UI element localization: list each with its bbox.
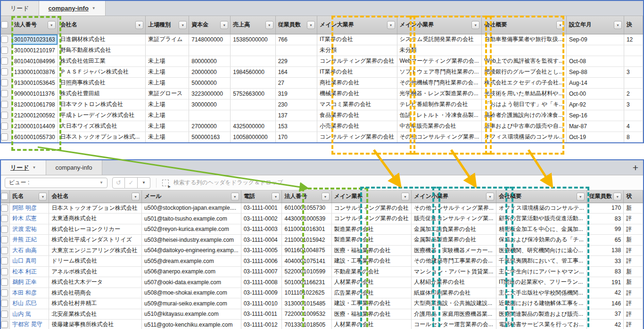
cell-employees[interactable]: 229 bbox=[275, 56, 317, 66]
cell-phone[interactable]: 03-1111-0012 bbox=[241, 320, 282, 329]
cell-main-major-industry[interactable]: 商社業界の会社 bbox=[317, 77, 397, 88]
cell-company-overview[interactable]: 主に学生向けにアパートやマン... bbox=[496, 266, 586, 277]
cell-main-minor-industry[interactable]: その他建築専門工事業界の会... bbox=[412, 256, 496, 267]
cell-main-industry[interactable]: コンサルティング業界の会社 bbox=[331, 214, 412, 224]
cell-email[interactable]: u505@dream.example.com bbox=[142, 256, 241, 267]
cell-fiscal-month[interactable]: 3 bbox=[624, 99, 643, 110]
cell-company-overview[interactable]: 医療関連製品の製造および販売... bbox=[496, 309, 586, 320]
row-checkbox[interactable] bbox=[1, 311, 8, 318]
cell-main-major-industry[interactable]: IT業界の会社 bbox=[317, 34, 397, 45]
cell-phone[interactable]: 03-1111-0006 bbox=[241, 256, 282, 267]
cell-company-overview[interactable] bbox=[482, 45, 567, 56]
view-select[interactable]: ビュー : ▼ bbox=[5, 178, 107, 188]
cell-corporate-number[interactable]: 6010001055730 bbox=[12, 132, 58, 142]
cell-main-minor-industry[interactable]: 医療機器・実験機器メーカー... bbox=[412, 245, 496, 256]
cell-full-name[interactable]: 宇都宮 晃守 bbox=[10, 320, 49, 329]
cell-corporate-number[interactable]: 1011101022625 bbox=[282, 288, 331, 298]
cell-company-overview[interactable]: 自動車整備事業者や旅行取扱... bbox=[482, 34, 567, 45]
filter-icon[interactable]: ▼ bbox=[231, 192, 239, 200]
cell-full-name[interactable]: 沢渡 宏祐 bbox=[10, 224, 49, 235]
cell-employees[interactable]: 33 bbox=[586, 256, 623, 267]
cell-email[interactable]: u504@daitokyo-engineering.examp... bbox=[142, 245, 241, 256]
filter-icon[interactable]: ▼ bbox=[401, 192, 409, 200]
cell-founded[interactable] bbox=[566, 45, 624, 56]
row-checkbox[interactable] bbox=[1, 205, 8, 212]
cell-company-name[interactable]: 株式会社大木データ bbox=[49, 277, 142, 288]
cell-capital[interactable]: 27000000 bbox=[189, 121, 231, 132]
row-checkbox[interactable] bbox=[1, 236, 8, 243]
cell-founded[interactable]: Sep-16 bbox=[566, 110, 624, 121]
cell-capital[interactable]: 30000000 bbox=[189, 99, 231, 110]
cell-phone[interactable]: 03-1111-0011 bbox=[241, 309, 282, 320]
cell-founded[interactable]: Oct-19 bbox=[566, 132, 624, 142]
cell-company-name[interactable]: 日進鋼材株式会社 bbox=[58, 34, 146, 45]
cell-main-industry[interactable]: 不動産業界の会社 bbox=[331, 266, 412, 277]
cell-main-industry[interactable]: 人材業界の会社 bbox=[331, 277, 412, 288]
cell-corporate-number[interactable]: 6010001055730 bbox=[282, 203, 331, 214]
cell-phone[interactable]: 03-1111-0002 bbox=[241, 214, 282, 224]
cell-capital[interactable]: 7148000000 bbox=[189, 34, 231, 45]
cell-company-overview[interactable]: 保温および保冷効果のある「チ... bbox=[496, 235, 586, 246]
cell-employees[interactable]: 170 bbox=[586, 203, 623, 214]
cell-company-overview[interactable]: 高齢者介護施設向けの冷凍食... bbox=[482, 110, 567, 121]
cell-employees[interactable]: 191 bbox=[586, 277, 623, 288]
column-header-status[interactable]: 状 bbox=[624, 190, 643, 203]
cell-company-overview[interactable]: IT関連の起業家や、フリーラン... bbox=[496, 277, 586, 288]
cell-listing-type[interactable] bbox=[146, 45, 189, 56]
cell-corporate-number[interactable]: 7013301018505 bbox=[282, 320, 331, 329]
cell-phone[interactable]: 03-1111-0009 bbox=[241, 288, 282, 298]
cell-fiscal-month[interactable] bbox=[624, 77, 643, 88]
cell-corporate-number[interactable]: 2120001200592 bbox=[12, 110, 58, 121]
cell-corporate-number[interactable]: 3130001015485 bbox=[282, 298, 331, 309]
cell-main-industry[interactable]: 人材業界の会社 bbox=[331, 320, 412, 329]
column-header-company-overview[interactable]: 会社概要▼ bbox=[496, 190, 586, 203]
cell-founded[interactable]: Oct-08 bbox=[566, 56, 624, 66]
cell-main-industry[interactable]: 医療・福祉業界の会社 bbox=[331, 309, 412, 320]
column-header-main-minor-industry[interactable]: メイン小業界▼ bbox=[397, 16, 482, 34]
cell-company-overview[interactable]: 近畿圏における建物解体工事を... bbox=[496, 298, 586, 309]
filter-icon[interactable]: ▼ bbox=[132, 192, 140, 200]
column-header-main-industry[interactable]: メイン業界▼ bbox=[331, 190, 412, 203]
column-header-main-major-industry[interactable]: メイン大業界▼ bbox=[317, 16, 397, 34]
cell-main-minor-industry[interactable]: Webマーケティング業界の会... bbox=[397, 56, 482, 66]
cell-full-name[interactable]: 阿部 明彦 bbox=[10, 203, 49, 214]
row-checkbox[interactable] bbox=[1, 133, 8, 140]
cell-main-major-industry[interactable]: マスコミ業界の会社 bbox=[317, 99, 397, 110]
cell-company-overview[interactable]: 精密板金加工を中心に、金属加... bbox=[496, 224, 586, 235]
cell-email[interactable]: u507@ooki-data.example.com bbox=[142, 277, 241, 288]
cell-main-minor-industry[interactable]: ソフトウェア専門商社業界の... bbox=[397, 66, 482, 77]
cell-employees[interactable]: 146 bbox=[586, 298, 623, 309]
cell-company-overview[interactable]: オフィス環境構築のコンサル... bbox=[482, 132, 567, 142]
cell-corporate-number[interactable]: 9090001011376 bbox=[12, 88, 58, 99]
cell-listing-type[interactable]: 未上場 bbox=[146, 110, 189, 121]
cell-main-minor-industry[interactable]: 販売促進コンサルティング業... bbox=[412, 214, 496, 224]
cell-email[interactable]: u501@taito-tsusho.example.com bbox=[142, 214, 241, 224]
undo-button[interactable]: ↺ bbox=[112, 177, 125, 189]
cell-full-name[interactable]: 松本 利正 bbox=[10, 266, 49, 277]
cell-company-name[interactable]: 日照商事株式会社 bbox=[58, 77, 146, 88]
cell-employees[interactable]: 42 bbox=[586, 288, 623, 298]
cell-main-major-industry[interactable]: コンサルティング業界の会社 bbox=[317, 56, 397, 66]
cell-employees[interactable]: 138 bbox=[586, 245, 623, 256]
cell-capital[interactable]: 50000000 bbox=[189, 77, 231, 88]
row-checkbox[interactable] bbox=[1, 90, 8, 97]
column-header-company-overview[interactable]: 会社概要▼ bbox=[482, 16, 567, 34]
cell-company-name[interactable]: 平成トレーデイング株式会社 bbox=[58, 110, 146, 121]
cell-employees[interactable]: 83 bbox=[586, 266, 623, 277]
column-header-employees[interactable]: 従業員数▼ bbox=[275, 16, 317, 34]
column-header-company-name[interactable]: 会社名▼ bbox=[49, 190, 142, 203]
cell-company-overview[interactable]: 肥後銀行のグループ会社とし... bbox=[482, 66, 567, 77]
cell-company-overview[interactable]: 新車および中古車の販売や自... bbox=[482, 121, 567, 132]
row-checkbox[interactable] bbox=[1, 247, 8, 254]
cell-full-name[interactable]: 山内 篤 bbox=[10, 309, 49, 320]
filter-icon[interactable]: ▼ bbox=[486, 192, 494, 200]
cell-company-name[interactable]: 野島不動産株式会社 bbox=[58, 45, 146, 56]
cell-listing-type[interactable]: 未上場 bbox=[146, 66, 189, 77]
row-checkbox[interactable] bbox=[1, 79, 8, 86]
cell-fiscal-month[interactable]: 4 bbox=[624, 121, 643, 132]
cell-employees[interactable]: 153 bbox=[275, 121, 317, 132]
cell-main-industry[interactable]: 建設・工事業界の会社 bbox=[331, 256, 412, 267]
cell-fiscal-month[interactable]: 3 bbox=[624, 66, 643, 77]
row-checkbox[interactable] bbox=[1, 300, 8, 307]
row-checkbox[interactable] bbox=[1, 112, 8, 119]
